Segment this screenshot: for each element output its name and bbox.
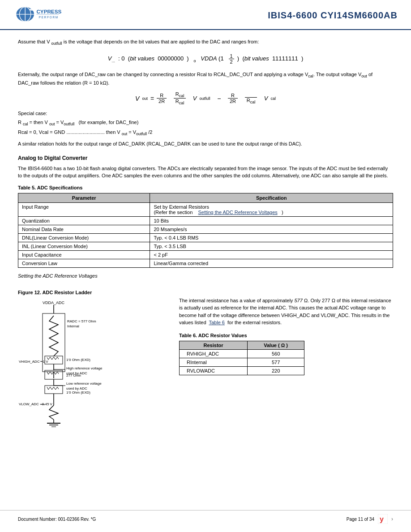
external-paragraph: Externally, the output range of DAC_raw … bbox=[18, 71, 393, 87]
page: CYPRESS PERFORM IBIS4-6600 CYI14SM6600AB… bbox=[0, 0, 411, 532]
figure-column: Figure 12. ADC Resistor Ladder VDDA_ADC … bbox=[18, 284, 170, 428]
spec-quantization: 10 Bits bbox=[150, 217, 393, 225]
value-rinternal: 577 bbox=[248, 358, 304, 367]
next-page-arrow[interactable]: › bbox=[391, 516, 393, 522]
figure-heading: Figure 12. ADC Resistor Ladder bbox=[18, 289, 170, 296]
page-header: CYPRESS PERFORM IBIS4-6600 CYI14SM6600AB bbox=[0, 0, 411, 30]
svg-text:277 Ohm: 277 Ohm bbox=[66, 373, 81, 378]
param-input-cap: Input Capacitance bbox=[18, 251, 150, 259]
svg-text:1'0 Ohm (EXD): 1'0 Ohm (EXD) bbox=[66, 390, 90, 395]
param-conversion-law: Conversion Law bbox=[18, 259, 150, 268]
svg-text:RADC = 577 Ohm: RADC = 577 Ohm bbox=[67, 319, 96, 323]
svg-text:CYPRESS: CYPRESS bbox=[36, 9, 61, 14]
right-paragraph: The internal resistance has a value of a… bbox=[179, 297, 393, 326]
table-row: RVLOWADC 220 bbox=[180, 367, 304, 375]
svg-text:y: y bbox=[380, 515, 384, 523]
spec-inl: Typ. < 3.5 LSB bbox=[150, 242, 393, 251]
spec-conversion-law: Linear/Gamma corrected bbox=[150, 259, 393, 268]
svg-text:VLOW_ADC ~0.45 V: VLOW_ADC ~0.45 V bbox=[19, 402, 53, 406]
svg-text:PERFORM: PERFORM bbox=[39, 16, 59, 19]
cypress-logo: CYPRESS PERFORM bbox=[13, 5, 63, 26]
table-row: RVHIGH_ADC 560 bbox=[180, 350, 304, 358]
resistor-rvlow: RVLOWADC bbox=[180, 367, 248, 375]
logo-area: CYPRESS PERFORM bbox=[13, 5, 63, 26]
table-row: INL (Linear Conversion Mode) Typ. < 3.5 … bbox=[18, 242, 393, 251]
table-row: RInternal 577 bbox=[180, 358, 304, 367]
adc-resistor-table: Resistor Value ( Ω ) RVHIGH_ADC 560 RInt… bbox=[179, 341, 304, 375]
value-rvhigh: 560 bbox=[248, 350, 304, 358]
page-footer: Document Number: 001-02366 Rev. *G Page … bbox=[0, 510, 411, 524]
svg-text:VDDA_ADC: VDDA_ADC bbox=[43, 300, 65, 305]
section-heading: Analog to Digital Converter bbox=[18, 154, 393, 162]
resistor-rvhigh: RVHIGH_ADC bbox=[180, 350, 248, 358]
section-paragraph: The IBIS4-6600 has a two 10-bit flash an… bbox=[18, 165, 393, 180]
table-row: Quantization 10 Bits bbox=[18, 217, 393, 225]
table6-col-value: Value ( Ω ) bbox=[248, 341, 304, 350]
right-column: The internal resistance has a value of a… bbox=[179, 284, 393, 428]
adc-ref-link[interactable]: Setting the ADC Reference Voltages bbox=[198, 210, 277, 215]
table-row: Nominal Data Rate 20 Msamples/s bbox=[18, 225, 393, 234]
svg-text:Internal: Internal bbox=[67, 324, 79, 328]
svg-text:Low reference voltage: Low reference voltage bbox=[66, 382, 102, 386]
special-line-2: Rcal = 0, Vcal = GND ...................… bbox=[18, 129, 393, 137]
resistor-rinternal: RInternal bbox=[180, 358, 248, 367]
special-line-1: R cal = then V out = Voutfull (for examp… bbox=[18, 119, 393, 128]
main-content: Assume that V outfull is the voltage tha… bbox=[0, 30, 411, 437]
table5-col-spec: Specification bbox=[150, 193, 393, 203]
formula-1: V... : 0 (bit values 00000000 ) o VDDA (… bbox=[18, 53, 393, 64]
svg-text:VHIGH_ADC ~1 V: VHIGH_ADC ~1 V bbox=[19, 360, 48, 364]
special-case-heading: Special case: bbox=[18, 110, 393, 117]
table6-link[interactable]: Table 6 bbox=[209, 320, 224, 325]
resistor-diagram: VDDA_ADC RADC = 577 Ohm Internal bbox=[18, 298, 157, 428]
cypress-y-logo: y bbox=[378, 514, 388, 524]
svg-text:High reference voltage: High reference voltage bbox=[66, 366, 103, 370]
page-title: IBIS4-6600 CYI14SM6600AB bbox=[268, 10, 398, 21]
spec-input-cap: < 2 pF bbox=[150, 251, 393, 259]
doc-number: Document Number: 001-02366 Rev. *G bbox=[18, 517, 96, 522]
adc-specs-table: Parameter Specification Input Range Set … bbox=[18, 193, 393, 268]
footer-right: Page 11 of 34 y › bbox=[347, 514, 393, 524]
italic-heading: Setting the ADC Reference Voltages bbox=[18, 272, 393, 280]
table-row: DNL(Linear Conversion Mode) Typ. < 0.4 L… bbox=[18, 234, 393, 242]
intro-paragraph: Assume that V outfull is the voltage tha… bbox=[18, 38, 393, 47]
outfull-sub: outfull bbox=[51, 41, 62, 46]
param-nominal-data-rate: Nominal Data Rate bbox=[18, 225, 150, 234]
table6-col-resistor: Resistor bbox=[180, 341, 248, 350]
svg-text:used by ADC: used by ADC bbox=[66, 386, 87, 390]
spec-input-range: Set by External Resistors (Refer the sec… bbox=[150, 203, 393, 217]
spec-dnl: Typ. < 0.4 LSB RMS bbox=[150, 234, 393, 242]
two-column-section: Figure 12. ADC Resistor Ladder VDDA_ADC … bbox=[18, 284, 393, 428]
param-dnl: DNL(Linear Conversion Mode) bbox=[18, 234, 150, 242]
table-row: Input Capacitance < 2 pF bbox=[18, 251, 393, 259]
table5-heading: Table 5. ADC Specifications bbox=[18, 184, 393, 192]
param-input-range: Input Range bbox=[18, 203, 150, 217]
param-inl: INL (Linear Conversion Mode) bbox=[18, 242, 150, 251]
table-row: Conversion Law Linear/Gamma corrected bbox=[18, 259, 393, 268]
value-rvlow: 220 bbox=[248, 367, 304, 375]
table-row: Input Range Set by External Resistors (R… bbox=[18, 203, 393, 217]
resistor-ladder-svg: VDDA_ADC RADC = 577 Ohm Internal bbox=[18, 298, 157, 428]
spec-nominal-data-rate: 20 Msamples/s bbox=[150, 225, 393, 234]
param-quantization: Quantization bbox=[18, 217, 150, 225]
table6-heading: Table 6. ADC Resistor Values bbox=[179, 332, 393, 339]
similar-para: A similar relation holds for the output … bbox=[18, 140, 393, 148]
svg-text:1'0 Ohm (EXD): 1'0 Ohm (EXD) bbox=[66, 358, 90, 362]
formula-2: Vout = R 2R Rcal Rcal Voutfull − R 2R Rc… bbox=[18, 91, 393, 105]
page-number: Page 11 of 34 bbox=[347, 517, 374, 522]
table5-col-parameter: Parameter bbox=[18, 193, 150, 203]
